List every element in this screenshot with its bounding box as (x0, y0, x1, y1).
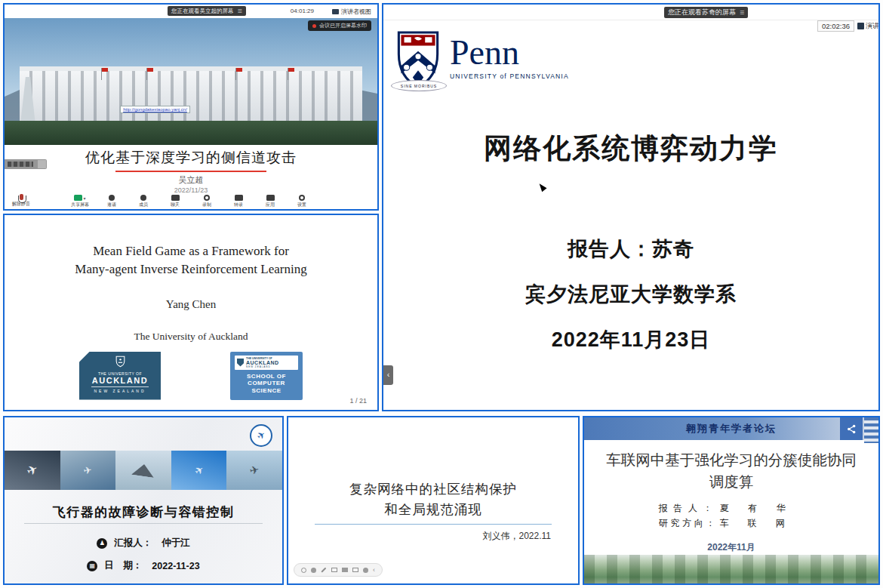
toolbar-apps-button[interactable]: 应用 (260, 195, 281, 209)
menu-icon[interactable]: ☰ (238, 8, 242, 14)
meeting-timer: 04:01:29 (291, 8, 314, 14)
toolbar-invite-button[interactable]: 邀请 (101, 195, 122, 209)
title-underline (24, 523, 263, 524)
toolbar-settings-button[interactable]: 设置 (291, 195, 312, 209)
airplane-icon: ✈ (252, 425, 270, 446)
research-row: 研究方向：车联网 (584, 517, 878, 530)
layout-icon (332, 9, 339, 14)
slide-date: 2022年11月 (584, 541, 878, 554)
pen-icon[interactable] (321, 567, 326, 572)
watching-banner-text: 您正在观看吴立超的屏幕 (171, 8, 234, 15)
date-row: ▦ 日 期： 2022-11-23 (5, 559, 282, 572)
slide-title: 飞行器的故障诊断与容错控制 (5, 503, 282, 521)
penn-logo: SINE MORIBUS Penn UNIVERSITY of PENNSYLV… (395, 30, 569, 94)
decorative-stripes (864, 417, 878, 443)
microphone-icon (20, 194, 23, 200)
ink-color-icon[interactable] (311, 568, 316, 573)
slide-title: 复杂网络中的社区结构保护 和全局规范涌现 (288, 479, 578, 520)
red-flag-icon (235, 68, 236, 80)
toolbar-chat-button[interactable]: 聊天 (165, 195, 186, 209)
penn-wordmark: Penn (450, 36, 569, 69)
presenter-row: 报告人：夏有华 (584, 502, 878, 515)
slide-presenter: 吴立超 (5, 174, 377, 186)
expand-icon[interactable] (331, 568, 337, 572)
toast-text: 会议已开启屏幕水印 (319, 22, 367, 29)
overlay-text-smudge (8, 162, 33, 167)
view-mode-button[interactable]: 演讲者视图 (857, 21, 878, 31)
subtitles-icon[interactable] (352, 568, 358, 572)
slide-page-number: 1 / 21 (349, 397, 367, 405)
collapsed-overlay[interactable] (5, 159, 47, 169)
watching-banner-text: 您正在观看苏奇的屏幕 (668, 8, 736, 17)
more-options-icon[interactable] (363, 568, 368, 573)
shared-screen-yangchen[interactable]: Mean Field Game as a Framework for Many-… (3, 214, 379, 411)
watermark-url: http://gongdakexiaopao.yanj.cn/ (120, 106, 190, 113)
slide-author-date: 刘义伟，2022.11 (483, 530, 552, 543)
laser-pointer-icon[interactable] (301, 568, 306, 573)
trees-image (5, 121, 377, 145)
slide-title: 网络化系统博弈动力学 (383, 130, 878, 168)
toolbar-record-button[interactable]: 录制 (196, 195, 217, 209)
logo-row: THE UNIVERSITY OF AUCKLAND NEW ZEALAND T… (5, 352, 377, 400)
share-screen-icon (74, 195, 82, 201)
slide-info-lines: 报告人：苏奇 宾夕法尼亚大学数学系 2022年11月23日 (383, 236, 878, 371)
presenter-row: ♟ 汇报人： 仲于江 (5, 537, 282, 550)
speaker-line: 报告人：苏奇 (383, 236, 878, 263)
presenter-label: 汇报人： (114, 537, 152, 550)
record-icon (204, 195, 210, 201)
slide-title: 优化基于深度学习的侧信道攻击 (5, 148, 377, 168)
slide-title-block: 优化基于深度学习的侧信道攻击 吴立超 2022/11/23 (5, 145, 377, 195)
meeting-toast: 会议已开启屏幕水印 (308, 20, 371, 31)
shared-screen-liuyiwei[interactable]: 复杂网络中的社区结构保护 和全局规范涌现 刘义伟，2022.11 ‹ (287, 416, 580, 585)
collapse-toolbar-icon[interactable]: ‹ (373, 567, 375, 574)
penn-shield-icon: SINE MORIBUS (395, 30, 441, 94)
auckland-crest-icon (237, 359, 244, 367)
apps-icon (266, 195, 275, 201)
school-of-computer-science-logo: THE UNIVERSITY OF AUCKLAND NEW ZEALAND S… (230, 352, 303, 400)
shared-screen-zhongyujiang[interactable]: ✈ ✈ ✈ ✈ ✈ 飞行器的故障诊断与容错控制 ♟ 汇报人： 仲于江 ▦ 日 期… (3, 416, 284, 585)
chat-icon (171, 195, 180, 201)
slides-grid-icon[interactable] (342, 568, 348, 572)
shared-screen-xiayouhua[interactable]: 翱翔青年学者论坛 车联网中基于强化学习的分簇使能协同 调度算 报告人：夏有华 研… (583, 416, 880, 585)
watching-banner[interactable]: 您正在观看吴立超的屏幕 ☰ (168, 6, 246, 16)
toolbar-transcribe-button[interactable]: 转录 (228, 195, 249, 209)
toolbar-share-screen-button[interactable]: ▾ 共享屏幕 (69, 195, 91, 209)
campus-building-image (20, 71, 363, 125)
red-flag-icon (101, 68, 102, 80)
toolbar-members-button[interactable]: 成员 (133, 195, 154, 209)
share-icon (846, 423, 857, 435)
presentation-topbar (383, 5, 878, 20)
sidebar-collapse-handle[interactable]: ‹ (383, 365, 393, 385)
title-underline (115, 171, 266, 172)
campus-panorama-image (584, 555, 878, 583)
date-value: 2022-11-23 (152, 561, 199, 571)
title-underline (315, 524, 552, 525)
aircraft-photo-strip: ✈ ✈ ✈ ✈ (5, 451, 282, 490)
shared-screen-suqi[interactable]: 您正在观看苏奇的屏幕 ☰ 02:02:36 演讲者视图 (382, 3, 880, 411)
gear-icon (299, 195, 305, 201)
person-icon: ♟ (97, 538, 107, 549)
aircraft-photo: ✈ (226, 451, 282, 490)
shared-screen-wulichao[interactable]: 04:01:29 演讲者视图 您正在观看吴立超的屏幕 ☰ 会议已开启屏幕水印 h… (3, 3, 379, 211)
aircraft-photo: ✈ (171, 451, 227, 490)
forum-title: 翱翔青年学者论坛 (584, 417, 878, 440)
date-line: 2022年11月23日 (383, 326, 878, 353)
slide-title: Mean Field Game as a Framework for Many-… (5, 242, 377, 279)
chevron-down-icon[interactable]: ▾ (83, 195, 85, 201)
date-label: 日 期： (104, 559, 142, 572)
red-flag-icon (146, 68, 147, 80)
unmute-button[interactable]: 解除静音 (12, 194, 30, 208)
share-button[interactable] (840, 417, 863, 440)
presenter-toolbar[interactable]: ‹ (294, 563, 383, 577)
members-icon (140, 195, 146, 201)
watching-banner[interactable]: 您正在观看苏奇的屏幕 ☰ (664, 7, 748, 18)
slide-author: Yang Chen (5, 298, 377, 311)
view-mode-button[interactable]: 演讲者视图 (332, 8, 371, 16)
penn-subtitle: UNIVERSITY of PENNSYLVANIA (450, 72, 569, 80)
forum-header-band: 翱翔青年学者论坛 (584, 417, 878, 440)
aircraft-photo: ✈ (5, 451, 60, 490)
logo-divider (91, 386, 149, 387)
logo-card: THE UNIVERSITY OF AUCKLAND NEW ZEALAND (235, 356, 298, 370)
overlay-expand-button[interactable] (38, 160, 46, 168)
menu-icon[interactable]: ☰ (740, 10, 744, 16)
